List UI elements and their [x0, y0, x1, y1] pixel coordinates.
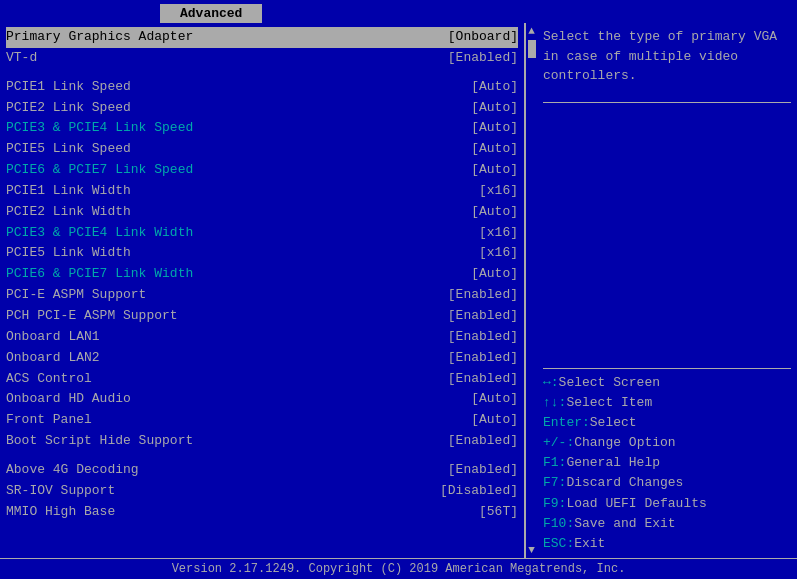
- menu-item[interactable]: PCIE5 Link Speed[Auto]: [6, 139, 518, 160]
- menu-item[interactable]: Front Panel[Auto]: [6, 410, 518, 431]
- tab-bar: Advanced: [0, 0, 797, 23]
- menu-item-label: Boot Script Hide Support: [6, 432, 193, 451]
- key-desc: Change Option: [574, 433, 675, 453]
- menu-item[interactable]: Primary Graphics Adapter[Onboard]: [6, 27, 518, 48]
- menu-item[interactable]: Onboard HD Audio[Auto]: [6, 389, 518, 410]
- menu-item-label: PCIE5 Link Speed: [6, 140, 131, 159]
- menu-item-value: [Enabled]: [448, 307, 518, 326]
- menu-item-value: [Enabled]: [448, 461, 518, 480]
- key-desc: Select: [590, 413, 637, 433]
- menu-item-value: [x16]: [479, 244, 518, 263]
- key-symbol: F9:: [543, 494, 566, 514]
- key-desc: Discard Changes: [566, 473, 683, 493]
- key-row: +/-: Change Option: [543, 433, 791, 453]
- menu-item-label: PCIE6 & PCIE7 Link Width: [6, 265, 193, 284]
- menu-item-label: Front Panel: [6, 411, 92, 430]
- menu-item-label: PCIE3 & PCIE4 Link Width: [6, 224, 193, 243]
- menu-item[interactable]: PCH PCI-E ASPM Support[Enabled]: [6, 306, 518, 327]
- menu-item-value: [Enabled]: [448, 370, 518, 389]
- menu-item-label: PCIE1 Link Width: [6, 182, 131, 201]
- key-symbol: Enter:: [543, 413, 590, 433]
- menu-item-value: [Auto]: [471, 99, 518, 118]
- menu-item-label: PCIE2 Link Speed: [6, 99, 131, 118]
- menu-item-value: [Auto]: [471, 78, 518, 97]
- key-row: ↑↓: Select Item: [543, 393, 791, 413]
- menu-item-value: [Enabled]: [448, 349, 518, 368]
- menu-item-label: VT-d: [6, 49, 37, 68]
- menu-item-value: [x16]: [479, 224, 518, 243]
- menu-item-value: [Auto]: [471, 119, 518, 138]
- key-row: ESC: Exit: [543, 534, 791, 554]
- menu-item-label: Primary Graphics Adapter: [6, 28, 193, 47]
- menu-item[interactable]: PCIE5 Link Width[x16]: [6, 243, 518, 264]
- app: Advanced Primary Graphics Adapter[Onboar…: [0, 0, 797, 579]
- key-row: F10: Save and Exit: [543, 514, 791, 534]
- menu-item[interactable]: Boot Script Hide Support[Enabled]: [6, 431, 518, 452]
- menu-item[interactable]: Onboard LAN1[Enabled]: [6, 327, 518, 348]
- key-row: ↔: Select Screen: [543, 373, 791, 393]
- divider: [543, 102, 791, 103]
- menu-item[interactable]: PCIE2 Link Speed[Auto]: [6, 98, 518, 119]
- menu-item-value: [Auto]: [471, 265, 518, 284]
- key-help: ↔: Select Screen↑↓: Select ItemEnter: Se…: [543, 368, 791, 554]
- menu-item[interactable]: PCIE1 Link Speed[Auto]: [6, 77, 518, 98]
- menu-item[interactable]: SR-IOV Support[Disabled]: [6, 481, 518, 502]
- menu-item[interactable]: PCIE2 Link Width[Auto]: [6, 202, 518, 223]
- menu-item[interactable]: PCI-E ASPM Support[Enabled]: [6, 285, 518, 306]
- menu-item[interactable]: PCIE3 & PCIE4 Link Speed[Auto]: [6, 118, 518, 139]
- menu-item-label: PCI-E ASPM Support: [6, 286, 146, 305]
- menu-item-value: [Enabled]: [448, 432, 518, 451]
- menu-item-label: Above 4G Decoding: [6, 461, 139, 480]
- key-desc: Load UEFI Defaults: [566, 494, 706, 514]
- key-row: F1: General Help: [543, 453, 791, 473]
- key-symbol: ↑↓:: [543, 393, 566, 413]
- menu-item[interactable]: PCIE1 Link Width[x16]: [6, 181, 518, 202]
- menu-item-value: [56T]: [479, 503, 518, 522]
- menu-item[interactable]: MMIO High Base[56T]: [6, 502, 518, 523]
- advanced-tab[interactable]: Advanced: [160, 4, 262, 23]
- menu-item[interactable]: Above 4G Decoding[Enabled]: [6, 460, 518, 481]
- key-symbol: F1:: [543, 453, 566, 473]
- menu-item-label: PCIE2 Link Width: [6, 203, 131, 222]
- menu-item-value: [Onboard]: [448, 28, 518, 47]
- right-panel: Select the type of primary VGA in case o…: [537, 23, 797, 558]
- menu-item-value: [Disabled]: [440, 482, 518, 501]
- content-area: Primary Graphics Adapter[Onboard]VT-d[En…: [0, 23, 797, 558]
- menu-item-label: PCH PCI-E ASPM Support: [6, 307, 178, 326]
- menu-item[interactable]: Onboard LAN2[Enabled]: [6, 348, 518, 369]
- menu-item[interactable]: PCIE6 & PCIE7 Link Speed[Auto]: [6, 160, 518, 181]
- key-desc: Select Item: [566, 393, 652, 413]
- menu-item-value: [Auto]: [471, 411, 518, 430]
- left-panel: Primary Graphics Adapter[Onboard]VT-d[En…: [0, 23, 525, 558]
- menu-item-label: Onboard HD Audio: [6, 390, 131, 409]
- menu-item-value: [Auto]: [471, 140, 518, 159]
- menu-item-value: [x16]: [479, 182, 518, 201]
- menu-item-value: [Enabled]: [448, 286, 518, 305]
- scroll-thumb[interactable]: [528, 40, 536, 58]
- key-symbol: ESC:: [543, 534, 574, 554]
- menu-item-label: PCIE5 Link Width: [6, 244, 131, 263]
- menu-item-value: [Auto]: [471, 161, 518, 180]
- key-symbol: ↔:: [543, 373, 559, 393]
- key-symbol: F7:: [543, 473, 566, 493]
- key-symbol: +/-:: [543, 433, 574, 453]
- scroll-arrow-up[interactable]: ▲: [528, 25, 535, 37]
- menu-item-label: PCIE6 & PCIE7 Link Speed: [6, 161, 193, 180]
- menu-item-label: Onboard LAN2: [6, 349, 100, 368]
- scroll-arrow-down[interactable]: ▼: [528, 544, 535, 556]
- footer: Version 2.17.1249. Copyright (C) 2019 Am…: [0, 558, 797, 579]
- menu-item[interactable]: PCIE3 & PCIE4 Link Width[x16]: [6, 223, 518, 244]
- menu-item-value: [Enabled]: [448, 49, 518, 68]
- key-row: F7: Discard Changes: [543, 473, 791, 493]
- menu-item[interactable]: ACS Control[Enabled]: [6, 369, 518, 390]
- spacer: [6, 69, 518, 77]
- menu-item-value: [Auto]: [471, 390, 518, 409]
- key-desc: Exit: [574, 534, 605, 554]
- menu-item-value: [Enabled]: [448, 328, 518, 347]
- key-symbol: F10:: [543, 514, 574, 534]
- menu-item[interactable]: VT-d[Enabled]: [6, 48, 518, 69]
- key-desc: Select Screen: [559, 373, 660, 393]
- menu-item[interactable]: PCIE6 & PCIE7 Link Width[Auto]: [6, 264, 518, 285]
- key-desc: Save and Exit: [574, 514, 675, 534]
- scrollbar[interactable]: ▲ ▼: [525, 23, 537, 558]
